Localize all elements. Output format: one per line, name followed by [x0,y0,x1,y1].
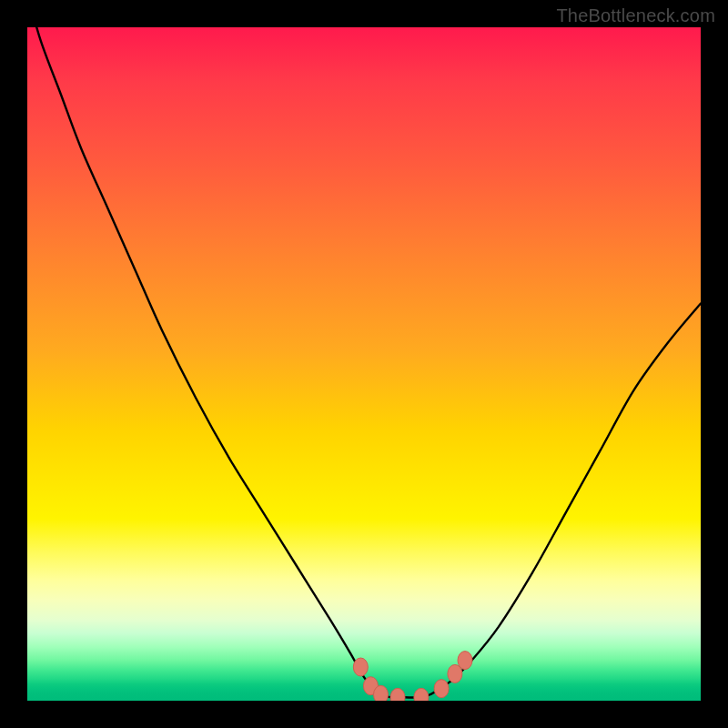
threshold-marker [353,658,368,676]
threshold-marker [374,685,389,701]
threshold-markers [353,652,472,701]
chart-overlay [27,27,701,701]
threshold-marker [458,652,472,670]
threshold-marker [414,688,429,701]
bottleneck-curve [27,27,701,698]
threshold-marker [434,680,449,698]
watermark-text: TheBottleneck.com [556,5,715,26]
threshold-marker [390,688,405,701]
chart-frame: TheBottleneck.com [0,0,728,728]
